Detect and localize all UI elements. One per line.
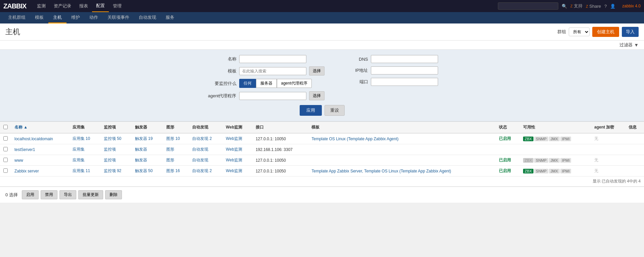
graph-link[interactable]: 图形 — [166, 158, 174, 162]
monitor-btn-agent[interactable]: agent代理程序 — [277, 79, 312, 88]
nav-admin[interactable]: 管理 — [109, 0, 126, 12]
row-checkbox[interactable] — [3, 168, 8, 173]
row-checkbox-cell — [0, 166, 11, 176]
row-checkbox[interactable] — [3, 147, 8, 151]
monitor-link[interactable]: 监控项 — [104, 147, 116, 152]
nav-assets[interactable]: 资产记录 — [50, 0, 75, 12]
autodiscovery-link[interactable]: 自动发现 — [192, 147, 208, 152]
nav-monitor[interactable]: 监测 — [33, 0, 50, 12]
filter-template-select-button[interactable]: 选择 — [309, 66, 325, 75]
subnav-event[interactable]: 关联项事件 — [103, 12, 134, 23]
graph-link[interactable]: 图形 16 — [166, 168, 180, 173]
col-trigger-header: 触发器 — [132, 122, 163, 134]
filter-dns-input[interactable] — [371, 55, 438, 63]
global-search[interactable] — [498, 2, 558, 10]
filter-toggle-icon[interactable]: ▼ — [634, 42, 639, 48]
row-monitor: 监控项 50 — [100, 133, 132, 144]
row-autodiscovery: 自动发现 2 — [189, 166, 222, 176]
subnav-action[interactable]: 动作 — [85, 12, 103, 23]
row-availability: ZBXSNMPJMXIPMI — [520, 133, 591, 144]
col-availability-header: 可用性 — [520, 122, 591, 134]
filter-agent-select-button[interactable]: 选择 — [309, 91, 325, 100]
host-name-link[interactable]: Zabbix server — [14, 169, 39, 173]
subnav-service[interactable]: 服务 — [161, 12, 179, 23]
row-name: Zabbix server — [11, 166, 69, 176]
webmonitor-link[interactable]: Web监测 — [226, 147, 242, 152]
delete-button[interactable]: 删除 — [105, 190, 122, 199]
autodiscovery-link[interactable]: 自动发现 — [192, 158, 208, 162]
host-name-link[interactable]: testServer1 — [14, 147, 35, 152]
webmonitor-link[interactable]: Web监测 — [226, 168, 242, 173]
filter-col-left: 名称 模板 选择 要监控什么 任何 服务器 agent代理程序 agent代理程… — [206, 55, 325, 100]
autodiscovery-link[interactable]: 自动发现 2 — [192, 136, 212, 141]
row-checkbox[interactable] — [3, 136, 8, 141]
hosts-table: 名称 ▲ 应用集 监控项 触发器 图形 自动发现 Web监测 接口 模板 状态 … — [0, 121, 644, 187]
col-name-header[interactable]: 名称 ▲ — [11, 122, 69, 134]
row-info — [625, 144, 644, 155]
autodiscovery-link[interactable]: 自动发现 2 — [192, 168, 212, 173]
subnav-hostgroup[interactable]: 主机群组 — [3, 12, 30, 23]
monitor-btn-any[interactable]: 任何 — [239, 79, 256, 88]
user-icon[interactable]: 👤 — [610, 4, 615, 9]
filter-name-label: 名称 — [206, 56, 237, 62]
monitor-link[interactable]: 监控项 — [104, 158, 116, 162]
group-label: 群组 — [557, 29, 566, 35]
appgroup-link[interactable]: 应用集 10 — [73, 136, 90, 141]
import-button[interactable]: 导入 — [622, 27, 639, 37]
enable-button[interactable]: 启用 — [22, 190, 39, 199]
row-checkbox[interactable] — [3, 158, 8, 162]
select-all-checkbox[interactable] — [3, 125, 8, 129]
trigger-link[interactable]: 触发器 — [135, 147, 147, 152]
filter-name-input[interactable] — [239, 55, 306, 63]
export-button[interactable]: 导出 — [59, 190, 76, 199]
support-link[interactable]: Z 支持 — [570, 3, 583, 9]
trigger-link[interactable]: 触发器 50 — [135, 168, 153, 173]
subnav-template[interactable]: 模板 — [30, 12, 48, 23]
graph-link[interactable]: 图形 — [166, 147, 174, 152]
filter-port-input[interactable] — [371, 78, 438, 86]
monitor-link[interactable]: 监控项 50 — [104, 136, 122, 141]
webmonitor-link[interactable]: Web监测 — [226, 136, 242, 141]
agent-encrypt-value: 无 — [594, 168, 598, 173]
webmonitor-link[interactable]: Web监测 — [226, 158, 242, 162]
row-graph: 图形 — [163, 155, 189, 166]
row-graph: 图形 10 — [163, 133, 189, 144]
appgroup-link[interactable]: 应用集 — [73, 158, 85, 162]
search-icon[interactable]: 🔍 — [562, 4, 567, 9]
nav-reports[interactable]: 报表 — [75, 0, 92, 12]
subnav-maintenance[interactable]: 维护 — [67, 12, 85, 23]
graph-link[interactable]: 图形 10 — [166, 136, 180, 141]
filter-template-input[interactable] — [239, 67, 306, 75]
create-host-button[interactable]: 创建主机 — [592, 27, 619, 37]
help-icon[interactable]: ? — [604, 4, 607, 9]
appgroup-link[interactable]: 应用集 11 — [73, 168, 90, 173]
nav-config[interactable]: 配置 — [92, 0, 109, 12]
trigger-link[interactable]: 触发器 — [135, 158, 147, 162]
table-row: localhost.localdomain 应用集 10 监控项 50 触发器 … — [0, 133, 644, 144]
apply-button[interactable]: 应用 — [300, 105, 322, 116]
host-name-link[interactable]: localhost.localdomain — [14, 137, 53, 141]
mass-update-button[interactable]: 批量更新 — [78, 190, 103, 199]
disable-button[interactable]: 禁用 — [41, 190, 57, 199]
col-checkbox-header — [0, 122, 11, 134]
reset-button[interactable]: 重设 — [325, 105, 345, 116]
monitor-btn-server[interactable]: 服务器 — [256, 79, 277, 88]
row-appgroup: 应用集 — [69, 144, 100, 155]
row-graph: 图形 — [163, 144, 189, 155]
group-select[interactable]: 所有 — [569, 28, 590, 36]
filter-agent-input[interactable] — [239, 92, 306, 100]
subnav-host[interactable]: 主机 — [48, 12, 67, 23]
subnav-discovery[interactable]: 自动发现 — [134, 12, 161, 23]
monitor-link[interactable]: 监控项 92 — [104, 168, 122, 173]
appgroup-link[interactable]: 应用集 — [73, 147, 85, 152]
row-availability: ZBXSNMPJMXIPMI — [520, 166, 591, 176]
share-link[interactable]: Z Share — [586, 4, 601, 9]
snmp-badge: SNMP — [534, 169, 548, 173]
trigger-link[interactable]: 触发器 19 — [135, 136, 153, 141]
row-autodiscovery: 自动发现 — [189, 144, 222, 155]
host-name-link[interactable]: www — [14, 158, 23, 163]
sort-name-link[interactable]: 名称 ▲ — [14, 125, 28, 130]
filter-ip-input[interactable] — [371, 66, 438, 74]
filter-label: 过滤器 — [619, 42, 633, 48]
filter-ip-row: IP地址 — [338, 66, 438, 74]
